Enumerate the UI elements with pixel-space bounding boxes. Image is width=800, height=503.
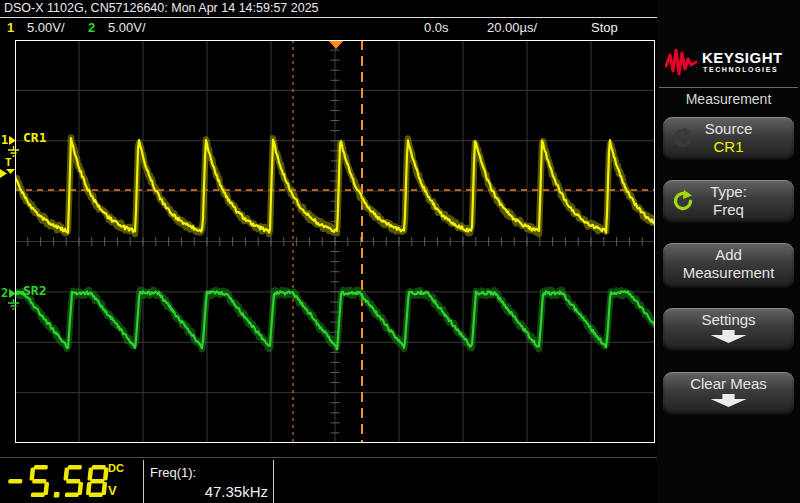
ch2-number-badge[interactable]: 2 bbox=[88, 20, 95, 35]
down-arrow-icon bbox=[711, 330, 747, 343]
status-bar: 1 5.00V/ 2 5.00V/ 0.0s 20.00µs/ Stop 1 -… bbox=[0, 20, 657, 39]
ch1-reference-arrow-icon bbox=[0, 169, 7, 178]
add-measurement-line2: Measurement bbox=[663, 264, 794, 282]
source-button[interactable]: Source CR1 bbox=[663, 117, 794, 160]
softkey-menu: KEYSIGHT TECHNOLOGIES Measurement Source… bbox=[657, 0, 800, 503]
menu-title: Measurement bbox=[657, 91, 800, 107]
ch1-number-badge[interactable]: 1 bbox=[7, 20, 14, 35]
run-state-label[interactable]: Stop bbox=[591, 20, 618, 35]
bottom-bar-divider bbox=[273, 460, 274, 503]
sidebar-divider bbox=[659, 87, 798, 88]
ch1-scale[interactable]: 5.00V/ bbox=[27, 20, 65, 35]
down-arrow-icon bbox=[711, 394, 747, 407]
add-measurement-line1: Add bbox=[663, 246, 794, 264]
ch1-ground-marker[interactable]: 1 bbox=[1, 133, 8, 147]
dvm-unit: V bbox=[108, 483, 117, 498]
ch2-scale[interactable]: 5.00V/ bbox=[108, 20, 146, 35]
settings-button[interactable]: Settings bbox=[663, 308, 794, 351]
measurement-value: 47.35kHz bbox=[158, 483, 268, 500]
timebase-scale[interactable]: 20.00µs/ bbox=[487, 20, 537, 35]
brand-sub-name: TECHNOLOGIES bbox=[703, 66, 778, 73]
bottom-info-bar: DC V Freq(1): 47.35kHz bbox=[0, 457, 657, 503]
keysight-logo: KEYSIGHT TECHNOLOGIES bbox=[657, 45, 800, 83]
knob-icon-green bbox=[671, 190, 693, 212]
timebase-delay[interactable]: 0.0s bbox=[424, 20, 449, 35]
oscilloscope-screen: DSO-X 1102G, CN57126640: Mon Apr 14 14:5… bbox=[0, 0, 800, 503]
title-bar: DSO-X 1102G, CN57126640: Mon Apr 14 14:5… bbox=[4, 1, 319, 15]
settings-label: Settings bbox=[663, 311, 794, 329]
measurement-label: Freq(1): bbox=[150, 465, 196, 480]
ch2-ground-marker[interactable]: 2 bbox=[1, 286, 8, 300]
trigger-level-marker[interactable]: T bbox=[5, 156, 12, 169]
knob-icon-dim bbox=[671, 127, 693, 149]
add-measurement-button[interactable]: Add Measurement bbox=[663, 243, 794, 288]
dvm-seven-segment-value bbox=[5, 463, 117, 501]
brand-name: KEYSIGHT bbox=[702, 49, 783, 66]
type-button[interactable]: Type: Freq bbox=[663, 180, 794, 223]
ch1-waveform-label: CR1 bbox=[23, 130, 46, 145]
titlebar-divider bbox=[0, 17, 657, 18]
dvm-coupling: DC bbox=[108, 462, 124, 474]
bottom-bar-divider bbox=[143, 460, 144, 503]
clear-meas-label: Clear Meas bbox=[663, 375, 794, 393]
ch2-waveform-label: SR2 bbox=[23, 283, 46, 298]
ch2-ground-icon bbox=[7, 299, 20, 311]
clear-meas-button[interactable]: Clear Meas bbox=[663, 372, 794, 415]
keysight-spark-icon bbox=[665, 47, 699, 77]
trigger-marker-arrow-icon bbox=[6, 169, 15, 174]
waveform-display bbox=[15, 40, 655, 443]
